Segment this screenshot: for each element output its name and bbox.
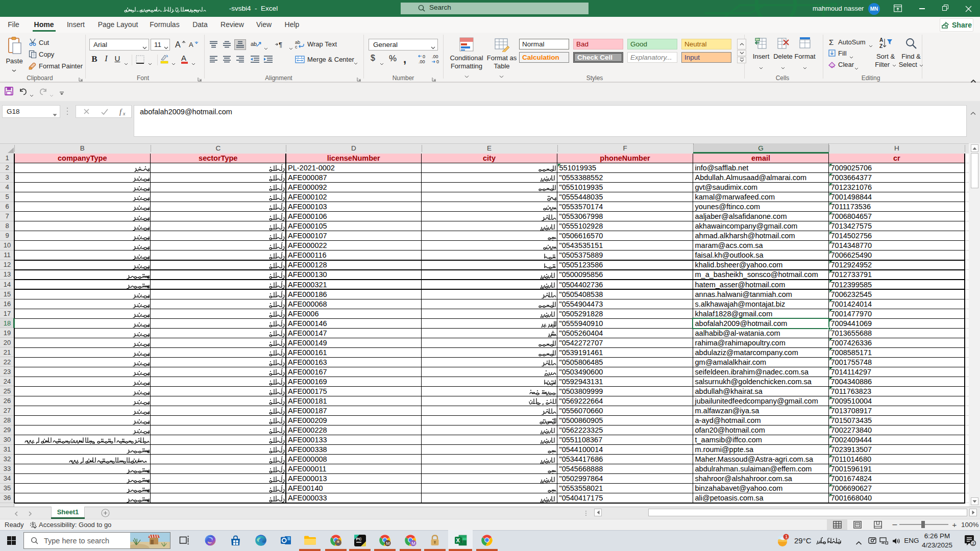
svg-text:Z: Z <box>879 43 883 49</box>
svg-text:M: M <box>386 541 390 546</box>
svg-text:f: f <box>119 108 122 116</box>
svg-text:¶: ¶ <box>279 41 282 48</box>
svg-text:1: 1 <box>785 534 788 539</box>
svg-text:.00: .00 <box>432 54 438 59</box>
svg-text:A: A <box>189 41 193 48</box>
svg-text:0: 0 <box>436 59 439 64</box>
svg-text:M: M <box>411 541 415 546</box>
svg-text:PC: PC <box>356 537 362 541</box>
svg-text:Σ: Σ <box>829 38 834 46</box>
svg-text:X: X <box>456 537 460 543</box>
svg-text:c: c <box>295 44 298 49</box>
svg-text:.00: .00 <box>419 59 425 64</box>
svg-text:x: x <box>122 111 126 116</box>
svg-text:A: A <box>181 54 186 62</box>
svg-text:A: A <box>879 37 883 43</box>
svg-text:ab: ab <box>251 41 257 47</box>
svg-text:A: A <box>175 40 181 49</box>
svg-text:2: 2 <box>972 541 974 546</box>
svg-text:0: 0 <box>423 54 425 59</box>
